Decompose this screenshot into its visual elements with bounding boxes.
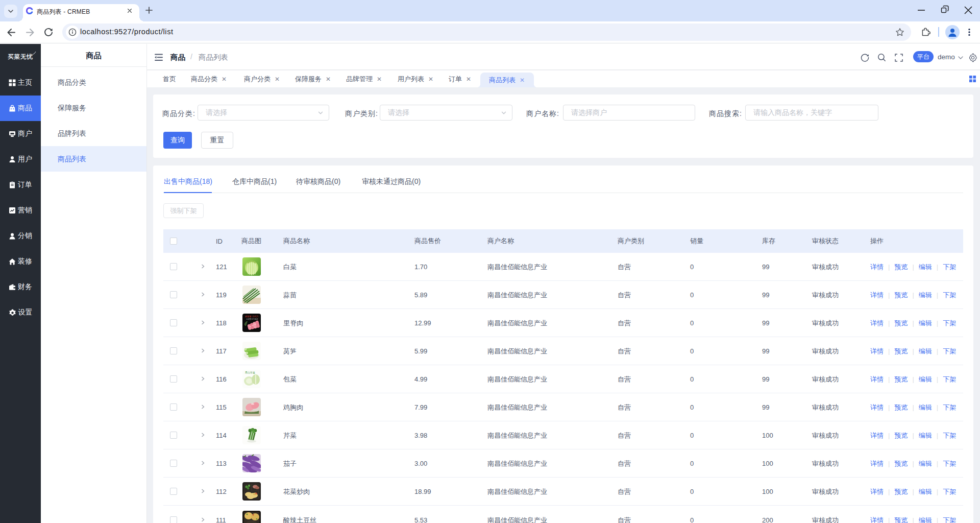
svg-text:鲜里脊 当代力: 鲜里脊 当代力 <box>245 315 258 318</box>
svg-text:冰鲜里脊肉新鲜: 冰鲜里脊肉新鲜 <box>246 318 258 320</box>
svg-text:秀山甘蓝: 秀山甘蓝 <box>245 371 255 374</box>
